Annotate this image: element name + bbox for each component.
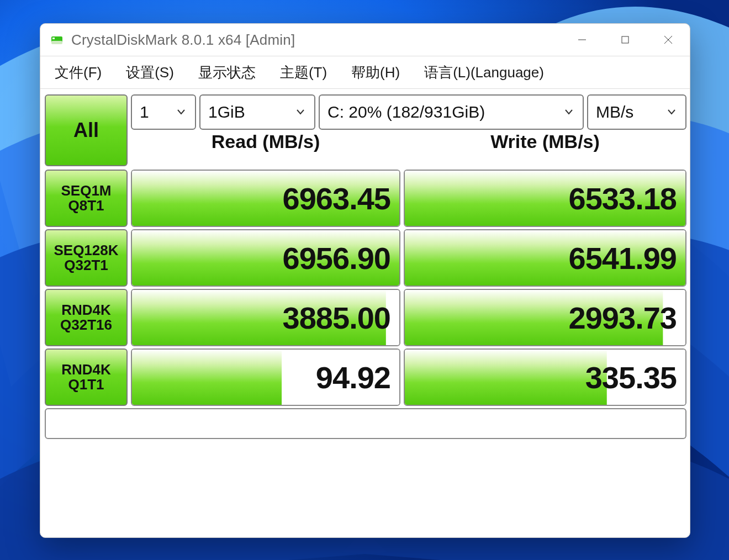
read-value-cell-2: 3885.00 bbox=[131, 289, 400, 346]
status-bar bbox=[45, 408, 686, 439]
runs-select[interactable]: 1 bbox=[131, 94, 196, 130]
write-value-cell-0: 6533.18 bbox=[404, 170, 686, 227]
menu-language[interactable]: 语言(L)(Language) bbox=[412, 63, 556, 82]
test-button-0[interactable]: SEQ1M Q8T1 bbox=[45, 170, 128, 227]
runs-value: 1 bbox=[140, 103, 149, 121]
svg-rect-23 bbox=[405, 350, 607, 405]
read-value-cell-3: 94.92 bbox=[131, 348, 400, 406]
read-value: 6956.90 bbox=[283, 240, 390, 276]
close-button[interactable] bbox=[647, 24, 690, 56]
menu-theme[interactable]: 主题(T) bbox=[268, 63, 339, 82]
chevron-down-icon bbox=[665, 103, 678, 121]
menu-help[interactable]: 帮助(H) bbox=[339, 63, 412, 82]
read-value-cell-1: 6956.90 bbox=[131, 229, 400, 287]
run-all-button[interactable]: All bbox=[45, 94, 128, 166]
svg-rect-21 bbox=[132, 350, 282, 405]
write-value: 6533.18 bbox=[569, 181, 677, 216]
write-value: 6541.99 bbox=[569, 240, 677, 276]
test-button-3[interactable]: RND4K Q1T1 bbox=[45, 348, 128, 406]
size-select[interactable]: 1GiB bbox=[199, 94, 315, 130]
titlebar: CrystalDiskMark 8.0.1 x64 [Admin] bbox=[40, 24, 690, 56]
test-label-line1: RND4K bbox=[61, 303, 111, 318]
test-label-line2: Q32T16 bbox=[60, 318, 112, 332]
window-title: CrystalDiskMark 8.0.1 x64 [Admin] bbox=[71, 31, 295, 49]
drive-value: C: 20% (182/931GiB) bbox=[327, 103, 485, 121]
chevron-down-icon bbox=[563, 103, 575, 121]
run-all-label: All bbox=[73, 119, 99, 142]
test-label-line2: Q32T1 bbox=[64, 258, 108, 273]
write-value-cell-3: 335.35 bbox=[404, 348, 686, 406]
write-value: 335.35 bbox=[585, 360, 677, 395]
test-label-line1: SEQ1M bbox=[61, 183, 111, 198]
test-label-line1: SEQ128K bbox=[54, 243, 118, 258]
test-label-line2: Q8T1 bbox=[68, 198, 104, 213]
menu-settings[interactable]: 设置(S) bbox=[114, 63, 186, 82]
unit-select[interactable]: MB/s bbox=[587, 94, 686, 130]
read-value: 6963.45 bbox=[283, 181, 390, 216]
write-value-cell-1: 6541.99 bbox=[404, 229, 686, 287]
svg-rect-2 bbox=[51, 41, 62, 44]
write-header: Write (MB/s) bbox=[404, 131, 686, 152]
menubar: 文件(F) 设置(S) 显示状态 主题(T) 帮助(H) 语言(L)(Langu… bbox=[40, 56, 690, 89]
menu-file[interactable]: 文件(F) bbox=[43, 63, 114, 82]
read-header: Read (MB/s) bbox=[131, 131, 400, 152]
read-value: 94.92 bbox=[316, 360, 390, 395]
minimize-button[interactable] bbox=[561, 24, 604, 56]
maximize-button[interactable] bbox=[604, 24, 647, 56]
chevron-down-icon bbox=[294, 103, 307, 121]
test-button-1[interactable]: SEQ128K Q32T1 bbox=[45, 229, 128, 287]
unit-value: MB/s bbox=[596, 103, 633, 121]
size-value: 1GiB bbox=[208, 103, 245, 121]
content-area: All 1 1GiB C: 20% (182/931GiB) bbox=[40, 89, 690, 442]
read-value-cell-0: 6963.45 bbox=[131, 170, 400, 227]
svg-rect-5 bbox=[622, 36, 628, 43]
app-icon bbox=[50, 33, 64, 46]
menu-display[interactable]: 显示状态 bbox=[186, 63, 268, 82]
test-label-line2: Q1T1 bbox=[68, 377, 104, 392]
write-value: 2993.73 bbox=[569, 300, 677, 336]
chevron-down-icon bbox=[175, 103, 187, 121]
test-button-2[interactable]: RND4K Q32T16 bbox=[45, 289, 128, 346]
read-value: 3885.00 bbox=[283, 300, 390, 336]
app-window: CrystalDiskMark 8.0.1 x64 [Admin] 文件(F) … bbox=[40, 23, 690, 538]
write-value-cell-2: 2993.73 bbox=[404, 289, 686, 346]
svg-rect-3 bbox=[52, 38, 55, 39]
test-label-line1: RND4K bbox=[61, 362, 111, 377]
drive-select[interactable]: C: 20% (182/931GiB) bbox=[319, 94, 584, 130]
